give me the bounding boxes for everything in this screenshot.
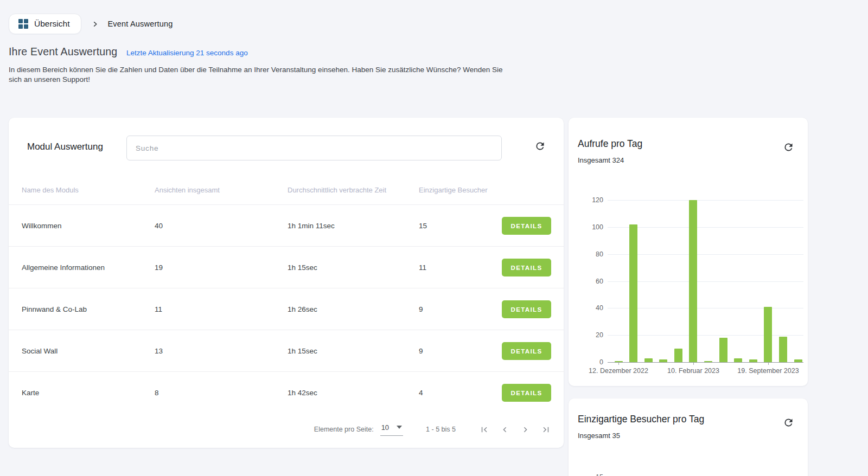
module-unique-visitors: 9	[419, 347, 423, 355]
first-page-icon	[479, 424, 489, 435]
refresh-button[interactable]	[781, 415, 796, 430]
column-header-avg-time: Durchschnittlich verbrachte Zeit	[288, 186, 386, 194]
details-button[interactable]: DETAILS	[502, 300, 551, 318]
first-page-button[interactable]	[477, 423, 491, 436]
module-card-title: Modul Auswertung	[27, 141, 103, 152]
module-avg-time: 1h 15sec	[288, 347, 317, 355]
chevron-right-icon	[520, 424, 531, 435]
module-avg-time: 1h 1min 11sec	[288, 222, 335, 230]
table-row: Willkommen 40 1h 1min 11sec 15 DETAILS	[9, 204, 564, 246]
views-total: Insgesamt 324	[578, 156, 624, 164]
page-size-value: 10	[381, 423, 389, 432]
table-header-row: Name des Moduls Ansichten insgesamt Durc…	[9, 186, 564, 197]
module-views: 11	[155, 305, 162, 313]
table-row: Allgemeine Informationen 19 1h 15sec 11 …	[9, 246, 564, 288]
unique-visitors-per-day-card: Einzigartige Besucher pro Tag Insgesamt …	[569, 398, 808, 476]
bar	[794, 359, 802, 362]
last-page-icon	[541, 424, 551, 435]
y-axis-tick-label: 120	[576, 196, 603, 204]
bar	[749, 359, 757, 362]
refresh-icon	[534, 140, 546, 152]
bar	[659, 359, 667, 362]
visitors-chart-axis-label: 15	[590, 473, 603, 476]
x-axis-tick	[693, 362, 694, 365]
module-views: 40	[155, 222, 163, 230]
items-per-page-label: Elemente pro Seite:	[314, 426, 374, 433]
caret-down-icon	[397, 426, 402, 429]
x-axis-tick-label: 19. September 2023	[717, 367, 820, 375]
views-bar-chart: 02040608010012012. Dezember 202210. Febr…	[608, 200, 803, 362]
refresh-button[interactable]	[781, 139, 796, 155]
module-name: Pinnwand & Co-Lab	[22, 305, 87, 313]
last-page-button[interactable]	[539, 423, 553, 436]
module-unique-visitors: 11	[419, 263, 426, 272]
module-unique-visitors: 4	[419, 389, 423, 397]
previous-page-button[interactable]	[498, 423, 512, 436]
module-avg-time: 1h 15sec	[288, 263, 317, 272]
page-description: In diesem Bereich können Sie die Zahlen …	[9, 65, 506, 84]
visitors-card-title: Einzigartige Besucher pro Tag	[578, 414, 704, 425]
search-input[interactable]	[126, 136, 502, 160]
details-button[interactable]: DETAILS	[502, 259, 551, 276]
breadcrumb: Übersicht Event Auswertung	[9, 14, 173, 34]
paginator: Elemente pro Seite: 10 1 - 5 bis 5	[314, 419, 553, 440]
table-row: Karte 8 1h 42sec 4 DETAILS	[9, 371, 564, 413]
module-unique-visitors: 9	[419, 305, 423, 313]
x-axis-line	[608, 362, 803, 363]
column-header-views: Ansichten insgesamt	[155, 186, 220, 194]
bar	[689, 200, 697, 362]
details-button[interactable]: DETAILS	[502, 384, 551, 402]
y-axis-tick-label: 20	[576, 331, 603, 339]
refresh-icon	[783, 141, 794, 153]
table-row: Social Wall 13 1h 15sec 9 DETAILS	[9, 330, 564, 371]
chevron-left-icon	[500, 424, 510, 435]
overview-button[interactable]: Übersicht	[9, 14, 81, 34]
x-axis-tick	[618, 362, 619, 365]
table-body: Willkommen 40 1h 1min 11sec 15 DETAILS A…	[9, 204, 564, 413]
module-views: 8	[155, 389, 159, 397]
module-name: Social Wall	[22, 347, 58, 355]
table-row: Pinnwand & Co-Lab 11 1h 26sec 9 DETAILS	[9, 288, 564, 330]
paginator-nav	[477, 423, 553, 436]
paginator-range-label: 1 - 5 bis 5	[426, 426, 456, 433]
bar	[779, 337, 787, 362]
breadcrumb-current: Event Auswertung	[107, 20, 173, 28]
refresh-button[interactable]	[532, 138, 547, 153]
module-avg-time: 1h 42sec	[288, 389, 317, 397]
column-header-unique-visitors: Einzigartige Besucher	[419, 186, 487, 194]
dashboard-grid-icon	[18, 19, 28, 29]
bar	[629, 224, 637, 362]
overview-button-label: Übersicht	[34, 19, 69, 29]
module-name: Karte	[22, 389, 39, 397]
bar	[719, 338, 727, 362]
bar	[764, 307, 772, 362]
details-button[interactable]: DETAILS	[502, 342, 551, 360]
module-evaluation-card: Modul Auswertung Name des Moduls Ansicht…	[9, 118, 564, 448]
bar	[704, 361, 712, 362]
y-axis-tick-label: 0	[576, 358, 603, 366]
bar	[674, 349, 682, 362]
bar	[734, 358, 742, 362]
y-axis-tick-label: 60	[576, 278, 603, 285]
details-button[interactable]: DETAILS	[502, 217, 551, 235]
chevron-right-icon	[92, 21, 98, 27]
module-name: Willkommen	[22, 222, 62, 230]
page-size-select[interactable]: 10	[380, 423, 403, 436]
event-evaluation-page: Übersicht Event Auswertung Ihre Event Au…	[0, 0, 868, 476]
module-views: 13	[155, 347, 163, 355]
x-axis-tick	[768, 362, 769, 365]
y-axis-tick-label: 40	[576, 304, 603, 312]
column-header-name: Name des Moduls	[22, 186, 79, 194]
module-avg-time: 1h 26sec	[288, 305, 317, 313]
y-axis-tick-label: 100	[576, 223, 603, 231]
gridline	[608, 200, 803, 201]
visitors-total: Insgesamt 35	[578, 432, 620, 440]
last-update-link[interactable]: Letzte Aktualisierung 21 seconds ago	[126, 49, 248, 57]
refresh-icon	[783, 417, 794, 428]
page-title: Ihre Event Auswertung	[9, 46, 117, 58]
module-views: 19	[155, 263, 163, 272]
module-unique-visitors: 15	[419, 222, 427, 230]
next-page-button[interactable]	[519, 423, 532, 436]
y-axis-tick-label: 80	[576, 250, 603, 258]
module-name: Allgemeine Informationen	[22, 263, 105, 272]
